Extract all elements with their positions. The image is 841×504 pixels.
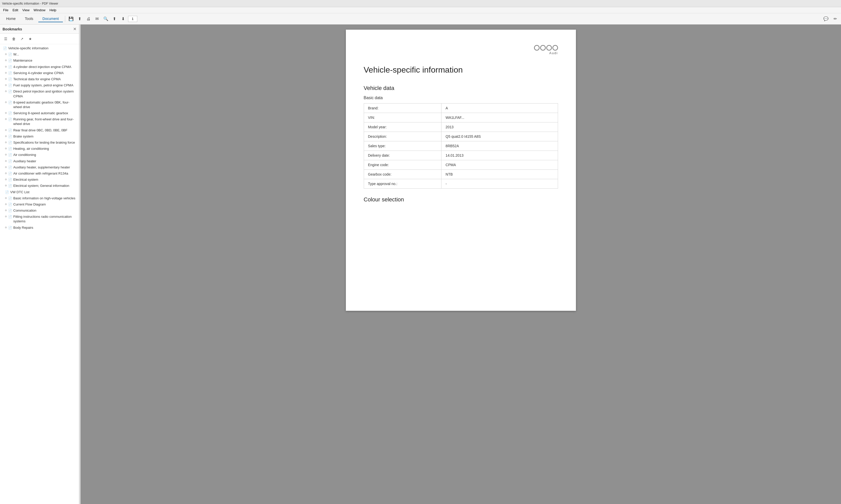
bookmark-dot — [5, 53, 7, 55]
bookmark-heating-ac[interactable]: 📄 Heating, air conditioning — [0, 146, 79, 152]
bookmark-specs-braking[interactable]: 📄 Specifications for testing the braking… — [0, 140, 79, 146]
bookmark-fuel-supply[interactable]: 📄 Fuel supply system, petrol engine CPMA — [0, 82, 79, 88]
titlebar: Vehicle-specific information - PDF Viewe… — [0, 0, 841, 7]
bookmark-dot — [5, 216, 7, 217]
audi-ring-3 — [546, 45, 552, 51]
bookmark-vw-dtc[interactable]: 📄 VW DTC List — [0, 189, 79, 195]
bookmark-icon: 📄 — [8, 77, 12, 82]
bookmark-label: Electrical system; General information — [13, 183, 77, 188]
bookmark-dot — [5, 203, 7, 205]
bookmark-label: Direct petrol injection and ignition sys… — [13, 89, 77, 98]
print-button[interactable]: 🖨 — [85, 15, 92, 23]
table-row: Delivery date: 14.01.2013 — [364, 151, 558, 160]
sidebar-bookmark-button[interactable]: ★ — [26, 35, 34, 42]
bookmark-dot — [5, 173, 7, 174]
bookmark-servicing-4cyl[interactable]: 📄 Servicing 4-cylinder engine CPMA — [0, 70, 79, 76]
bookmark-icon: 📄 — [8, 71, 12, 75]
table-cell-value: - — [442, 179, 558, 188]
sidebar-expand-button[interactable]: ☰ — [2, 35, 9, 42]
table-cell-label: Engine code: — [364, 160, 442, 170]
sidebar-close-button[interactable]: ✕ — [73, 26, 76, 32]
prev-page-button[interactable]: ⬆ — [111, 15, 118, 23]
table-row: Type approval no.: - — [364, 179, 558, 188]
menu-file[interactable]: File — [1, 8, 11, 12]
bookmark-communication[interactable]: 📄 Communication — [0, 208, 79, 214]
save-button[interactable]: 💾 — [67, 15, 75, 23]
bookmark-label: Fitting instructions radio communication… — [13, 214, 77, 223]
table-cell-label: Brand: — [364, 104, 442, 113]
annotate-button[interactable]: ✏ — [831, 15, 839, 23]
menu-window[interactable]: Window — [32, 8, 47, 12]
bookmark-icon: 📄 — [8, 184, 12, 188]
bookmark-icon: 📄 — [8, 153, 12, 157]
main-layout: Bookmarks ✕ ☰ 🗑 ↗ ★ 📄 Vehicle-specific i… — [0, 24, 841, 504]
bookmark-dot — [5, 185, 7, 186]
menu-help[interactable]: Help — [48, 8, 58, 12]
menu-view[interactable]: View — [20, 8, 32, 12]
bookmark-running-gear[interactable]: 📄 Running gear, front-wheel drive and fo… — [0, 116, 79, 127]
bookmark-dot — [5, 72, 7, 74]
bookmark-auxiliary-heater[interactable]: 📄 Auxiliary heater — [0, 158, 79, 164]
bookmark-label: Technical data for engine CPMA — [13, 77, 77, 82]
bookmark-auxiliary-heater-supp[interactable]: 📄 Auxiliary heater, supplementary heater — [0, 164, 79, 170]
bookmark-rear-final-drive[interactable]: 📄 Rear final drive 0BC, 0BD, 0BE, 0BF — [0, 127, 79, 133]
bookmark-w[interactable]: 📄 W... — [0, 51, 79, 57]
page-number-input[interactable] — [128, 16, 137, 22]
bookmark-icon: 📄 — [5, 190, 9, 195]
tab-home[interactable]: Home — [2, 16, 20, 22]
pdf-content[interactable]: Audi Vehicle-specific information Vehicl… — [80, 24, 841, 504]
email-button[interactable]: ✉ — [93, 15, 101, 23]
bookmark-label: Basic information on high-voltage vehicl… — [13, 196, 77, 201]
bookmark-fitting-radio[interactable]: 📄 Fitting instructions radio communicati… — [0, 214, 79, 224]
bookmark-label: Air conditioner with refrigerant R134a — [13, 171, 77, 176]
bookmark-electrical-general[interactable]: 📄 Electrical system; General information — [0, 183, 79, 189]
bookmark-dot — [5, 166, 7, 168]
bookmark-8speed-gearbox[interactable]: 📄 8-speed automatic gearbox 0BK, four-wh… — [0, 100, 79, 110]
audi-name: Audi — [549, 51, 558, 55]
bookmark-icon: 📄 — [8, 209, 12, 213]
toolbar-right: 💬 ✏ — [822, 15, 839, 23]
bookmark-label: Vehicle-specific information — [8, 46, 77, 51]
table-cell-value: 8RB52A — [442, 141, 558, 151]
menu-edit[interactable]: Edit — [11, 8, 20, 12]
bookmark-icon: 📄 — [8, 147, 12, 151]
bookmark-dot — [5, 179, 7, 180]
bookmark-air-conditioning[interactable]: 📄 Air conditioning — [0, 152, 79, 158]
comment-button[interactable]: 💬 — [822, 15, 830, 23]
tab-tools[interactable]: Tools — [21, 16, 37, 22]
sidebar-delete-button[interactable]: 🗑 — [10, 35, 17, 42]
next-page-button[interactable]: ⬇ — [119, 15, 127, 23]
sidebar: Bookmarks ✕ ☰ 🗑 ↗ ★ 📄 Vehicle-specific i… — [0, 24, 79, 504]
table-cell-value: A — [442, 104, 558, 113]
bookmark-label: Auxiliary heater, supplementary heater — [13, 165, 77, 170]
bookmark-label: VW DTC List — [10, 190, 77, 195]
bookmark-icon: 📄 — [8, 159, 12, 164]
bookmark-maintenance[interactable]: 📄 Maintenance — [0, 57, 79, 64]
table-cell-value: Q5 quat2.0 I4155 A8S — [442, 132, 558, 141]
table-cell-label: Delivery date: — [364, 151, 442, 160]
tab-document[interactable]: Document — [38, 16, 63, 22]
audi-ring-1 — [534, 45, 540, 51]
bookmark-label: Specifications for testing the braking f… — [13, 140, 77, 145]
table-cell-value: 14.01.2013 — [442, 151, 558, 160]
bookmark-current-flow[interactable]: 📄 Current Flow Diagram — [0, 201, 79, 208]
bookmark-ac-refrigerant[interactable]: 📄 Air conditioner with refrigerant R134a — [0, 170, 79, 177]
bookmark-high-voltage[interactable]: 📄 Basic information on high-voltage vehi… — [0, 195, 79, 201]
bookmark-brake-system[interactable]: 📄 Brake system — [0, 133, 79, 140]
bookmark-electrical-system[interactable]: 📄 Electrical system — [0, 177, 79, 183]
search-button[interactable]: 🔍 — [102, 15, 110, 23]
bookmark-dot — [5, 197, 7, 199]
bookmark-label: Maintenance — [13, 58, 77, 63]
bookmark-dot — [5, 102, 7, 103]
bookmark-4cyl-engine[interactable]: 📄 4-cylinder direct injection engine CPM… — [0, 64, 79, 70]
bookmark-direct-petrol[interactable]: 📄 Direct petrol injection and ignition s… — [0, 88, 79, 99]
bookmark-vehicle-specific[interactable]: 📄 Vehicle-specific information — [0, 45, 79, 51]
bookmark-tech-data[interactable]: 📄 Technical data for engine CPMA — [0, 76, 79, 82]
bookmark-servicing-8speed[interactable]: 📄 Servicing 8-speed automatic gearbox — [0, 110, 79, 116]
page-section2-title: Colour selection — [364, 196, 558, 203]
upload-button[interactable]: ⬆ — [76, 15, 84, 23]
sidebar-link-button[interactable]: ↗ — [18, 35, 25, 42]
bookmark-body-repairs[interactable]: 📄 Body Repairs — [0, 224, 79, 231]
bookmark-label: Running gear, front-wheel drive and four… — [13, 117, 77, 126]
page-section1-sub: Basic data — [364, 95, 558, 100]
